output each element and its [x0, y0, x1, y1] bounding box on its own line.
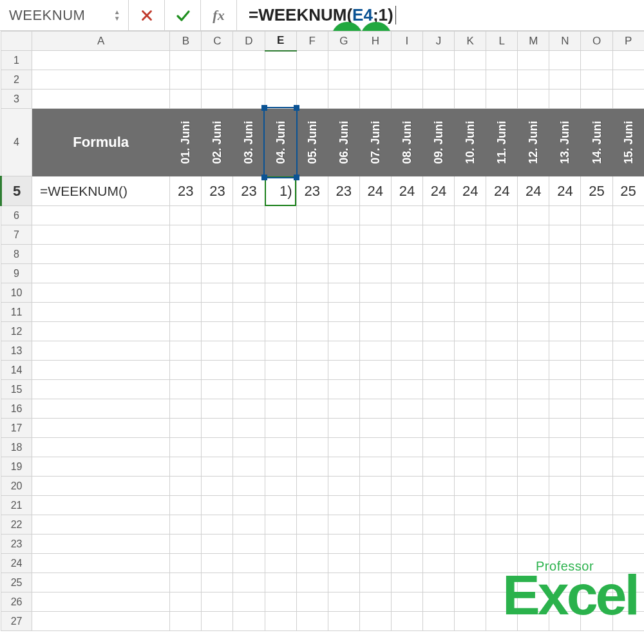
- empty-cell[interactable]: [202, 612, 233, 631]
- empty-cell[interactable]: [328, 554, 359, 573]
- empty-cell[interactable]: [170, 322, 202, 341]
- empty-cell[interactable]: [296, 399, 328, 419]
- column-header-N[interactable]: N: [549, 32, 581, 51]
- empty-cell[interactable]: [296, 283, 328, 303]
- empty-cell[interactable]: [359, 264, 391, 283]
- empty-cell[interactable]: [486, 283, 518, 303]
- empty-cell[interactable]: [32, 496, 170, 515]
- empty-cell[interactable]: [486, 573, 518, 592]
- empty-cell[interactable]: [581, 592, 612, 612]
- empty-cell[interactable]: [423, 612, 455, 631]
- date-header-cell[interactable]: 11. Juni: [486, 109, 518, 176]
- empty-cell[interactable]: [612, 303, 644, 322]
- empty-cell[interactable]: [359, 477, 391, 496]
- empty-cell[interactable]: [455, 592, 486, 612]
- empty-cell[interactable]: [518, 399, 549, 419]
- empty-cell[interactable]: [423, 554, 455, 573]
- empty-cell[interactable]: [359, 51, 391, 70]
- empty-cell[interactable]: [296, 573, 328, 592]
- empty-cell[interactable]: [455, 70, 486, 90]
- empty-cell[interactable]: [423, 70, 455, 90]
- empty-cell[interactable]: [612, 245, 644, 264]
- empty-cell[interactable]: [423, 419, 455, 438]
- empty-cell[interactable]: [423, 225, 455, 245]
- empty-cell[interactable]: [549, 380, 581, 399]
- row-header-11[interactable]: 11: [1, 303, 32, 322]
- row-header-13[interactable]: 13: [1, 341, 32, 361]
- empty-cell[interactable]: [265, 361, 296, 380]
- empty-cell[interactable]: [233, 322, 265, 341]
- empty-cell[interactable]: [549, 303, 581, 322]
- column-header-C[interactable]: C: [202, 32, 233, 51]
- empty-cell[interactable]: [296, 51, 328, 70]
- empty-cell[interactable]: [549, 283, 581, 303]
- empty-cell[interactable]: [202, 535, 233, 554]
- empty-cell[interactable]: [391, 245, 422, 264]
- empty-cell[interactable]: [233, 419, 265, 438]
- value-cell[interactable]: 23: [233, 176, 265, 206]
- row-header-3[interactable]: 3: [1, 90, 32, 109]
- empty-cell[interactable]: [486, 361, 518, 380]
- empty-cell[interactable]: [233, 477, 265, 496]
- row-header-10[interactable]: 10: [1, 283, 32, 303]
- empty-cell[interactable]: [518, 380, 549, 399]
- empty-cell[interactable]: [391, 90, 422, 109]
- date-header-cell[interactable]: 10. Juni: [455, 109, 486, 176]
- empty-cell[interactable]: [296, 225, 328, 245]
- empty-cell[interactable]: [391, 380, 422, 399]
- empty-cell[interactable]: [265, 419, 296, 438]
- empty-cell[interactable]: [612, 515, 644, 535]
- empty-cell[interactable]: [265, 515, 296, 535]
- value-cell[interactable]: 24: [359, 176, 391, 206]
- empty-cell[interactable]: [455, 477, 486, 496]
- empty-cell[interactable]: [233, 90, 265, 109]
- empty-cell[interactable]: [328, 206, 359, 225]
- empty-cell[interactable]: [265, 380, 296, 399]
- row-header-27[interactable]: 27: [1, 612, 32, 631]
- empty-cell[interactable]: [328, 477, 359, 496]
- row-header-19[interactable]: 19: [1, 457, 32, 477]
- empty-cell[interactable]: [32, 51, 170, 70]
- empty-cell[interactable]: [170, 573, 202, 592]
- empty-cell[interactable]: [170, 51, 202, 70]
- empty-cell[interactable]: [359, 592, 391, 612]
- empty-cell[interactable]: [486, 206, 518, 225]
- empty-cell[interactable]: [391, 612, 422, 631]
- empty-cell[interactable]: [455, 283, 486, 303]
- empty-cell[interactable]: [423, 573, 455, 592]
- empty-cell[interactable]: [265, 70, 296, 90]
- empty-cell[interactable]: [549, 399, 581, 419]
- value-cell[interactable]: 24: [455, 176, 486, 206]
- empty-cell[interactable]: [581, 573, 612, 592]
- empty-cell[interactable]: [612, 457, 644, 477]
- empty-cell[interactable]: [233, 51, 265, 70]
- empty-cell[interactable]: [391, 399, 422, 419]
- empty-cell[interactable]: [296, 419, 328, 438]
- empty-cell[interactable]: [549, 477, 581, 496]
- empty-cell[interactable]: [170, 361, 202, 380]
- empty-cell[interactable]: [202, 206, 233, 225]
- empty-cell[interactable]: [581, 419, 612, 438]
- empty-cell[interactable]: [170, 90, 202, 109]
- empty-cell[interactable]: [202, 264, 233, 283]
- empty-cell[interactable]: [233, 573, 265, 592]
- select-all-corner[interactable]: [1, 32, 32, 51]
- empty-cell[interactable]: [296, 245, 328, 264]
- empty-cell[interactable]: [328, 535, 359, 554]
- empty-cell[interactable]: [549, 264, 581, 283]
- empty-cell[interactable]: [423, 322, 455, 341]
- empty-cell[interactable]: [170, 225, 202, 245]
- row-header-7[interactable]: 7: [1, 225, 32, 245]
- empty-cell[interactable]: [359, 515, 391, 535]
- empty-cell[interactable]: [486, 90, 518, 109]
- empty-cell[interactable]: [359, 70, 391, 90]
- row-header-15[interactable]: 15: [1, 380, 32, 399]
- empty-cell[interactable]: [581, 303, 612, 322]
- empty-cell[interactable]: [359, 399, 391, 419]
- empty-cell[interactable]: [359, 341, 391, 361]
- column-header-H[interactable]: H: [359, 32, 391, 51]
- column-header-F[interactable]: F: [296, 32, 328, 51]
- empty-cell[interactable]: [549, 322, 581, 341]
- empty-cell[interactable]: [518, 554, 549, 573]
- row-header-1[interactable]: 1: [1, 51, 32, 70]
